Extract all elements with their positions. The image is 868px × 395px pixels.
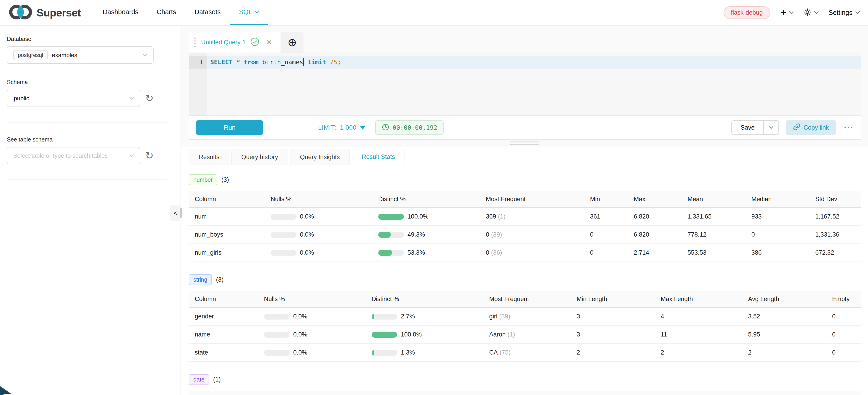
theme-toggle-button[interactable] <box>803 8 818 17</box>
cell-plain: 3 <box>572 326 656 343</box>
cell-plain: 2 <box>572 343 656 362</box>
run-toolbar-right: Save Copy l <box>731 120 854 135</box>
progress-bar <box>271 250 296 256</box>
pane-resize-handle[interactable] <box>181 140 868 147</box>
percent-bar-cell: 49.3% <box>378 231 477 238</box>
sqllab-sidebar: Database postgresql examples Schema publ… <box>0 26 181 395</box>
brand-name: Superset <box>37 6 81 19</box>
progress-bar <box>378 232 404 238</box>
superset-logo[interactable]: Superset <box>9 0 81 25</box>
progress-bar-fill <box>372 332 397 338</box>
table-select-placeholder: Select table or type to search tables <box>13 152 107 159</box>
refresh-schema-icon[interactable]: ↻ <box>145 93 154 103</box>
chevron-down-icon <box>129 152 134 157</box>
table-row: num_boys0.0%49.3%0(39)06,820778.1201,331… <box>189 225 861 244</box>
database-select[interactable]: postgresql examples <box>7 47 154 64</box>
new-item-button[interactable]: + <box>781 7 793 18</box>
sidebar-divider <box>7 122 167 123</box>
code-area[interactable]: SELECT * from birth_names limit 75; <box>207 53 861 116</box>
stats-section-number: number(3)ColumnNulls %Distinct %Most Fre… <box>189 174 861 262</box>
clock-icon <box>382 123 390 132</box>
refresh-tables-icon[interactable]: ↻ <box>145 151 154 161</box>
tab-result-stats[interactable]: Result Stats <box>352 149 405 165</box>
cell-bar: 0.0% <box>259 307 367 326</box>
cell-freq: 369(1) <box>481 208 586 225</box>
tab-query-history[interactable]: Query history <box>231 149 288 165</box>
table-select[interactable]: Select table or type to search tables <box>7 147 140 164</box>
add-query-tab-button[interactable]: ⊕ <box>281 32 304 53</box>
cell-plain: 11 <box>656 326 743 343</box>
cell-plain: 1,331.65 <box>683 208 747 225</box>
cell-freq: Aaron(1) <box>485 326 572 343</box>
run-toolbar: Run LIMIT: 1 000 00:00:00.19 <box>189 116 861 139</box>
table-row: num_girls0.0%53.3%0(36)02,714553.5338667… <box>189 244 861 262</box>
cell-plain: 386 <box>747 244 811 262</box>
nav-item-dashboards[interactable]: Dashboards <box>93 0 147 25</box>
frequent-count: (39) <box>499 313 510 320</box>
nav-item-datasets[interactable]: Datasets <box>185 0 230 25</box>
cell-plain: 6,820 <box>629 208 683 225</box>
column-header: Most Frequent <box>485 291 572 307</box>
code-line: SELECT * from birth_names limit 75; <box>207 56 861 68</box>
run-button[interactable]: Run <box>196 120 263 135</box>
top-navbar: Superset Dashboards Charts Datasets SQL … <box>0 0 868 26</box>
column-header: Avg Length <box>743 291 828 307</box>
sqllab-main: Untitled Query 1 ✕ ⊕ 1 <box>181 26 868 395</box>
limit-dropdown[interactable]: LIMIT: 1 000 <box>318 124 365 131</box>
schema-label: Schema <box>7 79 154 86</box>
progress-bar <box>372 350 397 356</box>
column-header: Most Frequent <box>394 391 515 395</box>
cell-name: state <box>189 343 259 362</box>
progress-bar <box>378 214 404 220</box>
cell-bar: 0.0% <box>266 208 374 225</box>
tab-results[interactable]: Results <box>189 149 229 165</box>
close-tab-icon[interactable]: ✕ <box>266 38 272 47</box>
percent-label: 0.0% <box>293 331 307 338</box>
tab-query-insights[interactable]: Query Insights <box>290 149 350 165</box>
cell-bar: 1.3% <box>367 343 485 362</box>
percent-label: 0.0% <box>300 249 314 256</box>
cell-plain: 5.95 <box>743 326 828 343</box>
type-tag-string: string <box>189 274 212 285</box>
percent-bar-cell: 0.0% <box>264 349 363 356</box>
cell-bar: 100.0% <box>374 208 481 225</box>
table-head: ColumnNulls %Distinct %Most FrequentMinM… <box>189 391 861 395</box>
save-button[interactable]: Save <box>731 120 764 135</box>
schema-select[interactable]: public <box>7 90 140 107</box>
progress-bar <box>378 250 404 256</box>
cell-bar: 0.0% <box>259 326 367 343</box>
nav-item-charts[interactable]: Charts <box>148 0 185 25</box>
drag-handle-icon[interactable] <box>194 37 196 47</box>
sql-editor[interactable]: 1 SELECT * from birth_names limit 75; <box>189 53 861 116</box>
query-tab-untitled-query-1[interactable]: Untitled Query 1 ✕ <box>189 32 280 53</box>
database-select-value: examples <box>52 52 77 59</box>
sql-token-plain: * <box>232 59 244 66</box>
progress-bar-fill <box>378 214 404 220</box>
settings-menu[interactable]: Settings <box>829 9 859 17</box>
cell-plain: 933 <box>747 208 811 225</box>
elapsed-time: 00:00:00.192 <box>393 124 437 131</box>
database-engine-tag: postgresql <box>13 50 48 60</box>
copy-link-button[interactable]: Copy link <box>786 120 836 135</box>
column-header: Column <box>189 391 239 395</box>
column-header: Most Frequent <box>481 191 586 208</box>
query-tab-title: Untitled Query 1 <box>201 39 246 46</box>
save-options-button[interactable] <box>764 120 779 135</box>
nav-item-sql[interactable]: SQL <box>230 0 268 25</box>
frequent-count: (36) <box>491 249 502 256</box>
percent-label: 100.0% <box>401 331 422 338</box>
percent-label: 53.3% <box>407 249 425 256</box>
more-actions-icon[interactable]: ··· <box>844 123 854 132</box>
percent-label: 0.0% <box>300 213 314 220</box>
chevron-down-icon <box>814 9 818 14</box>
table-header-row: ColumnNulls %Distinct %Most FrequentMin … <box>189 291 861 307</box>
chevron-down-icon <box>255 9 259 13</box>
column-header: Median <box>747 191 811 208</box>
table-head: ColumnNulls %Distinct %Most FrequentMin … <box>189 291 861 307</box>
chevron-down-icon <box>769 124 773 129</box>
cell-plain: 553.53 <box>683 244 747 262</box>
collapse-sidebar-button[interactable]: < <box>170 205 181 221</box>
schema-select-value: public <box>14 95 29 102</box>
sidebar-scrollbar-thumb[interactable] <box>180 208 182 218</box>
frequent-count: (1) <box>498 213 505 220</box>
